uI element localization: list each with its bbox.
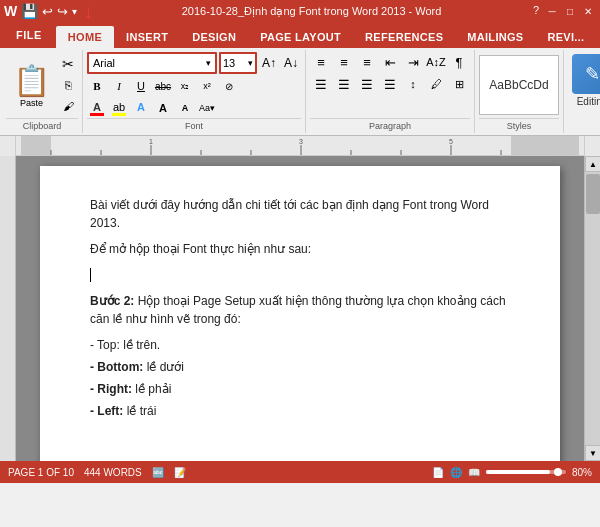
paste-label: Paste [20,98,43,108]
subscript-button[interactable]: x₂ [175,76,195,96]
font-color-swatch [90,113,104,116]
strikethrough-button[interactable]: abc [153,76,173,96]
styles-label: Styles [479,118,559,131]
show-formatting-button[interactable]: ¶ [448,52,470,72]
font-size-up-button[interactable]: A [153,98,173,118]
paragraph-label: Paragraph [310,118,470,131]
scroll-down-button[interactable]: ▼ [585,445,600,461]
zoom-slider[interactable] [486,470,566,474]
scroll-thumb[interactable] [586,174,600,214]
tab-page-layout[interactable]: PAGE LAYOUT [248,26,353,48]
sort-button[interactable]: A↕Z [425,52,447,72]
zoom-track [486,470,550,474]
font-color-button[interactable]: A [87,98,107,118]
tab-insert[interactable]: INSERT [114,26,180,48]
tab-references[interactable]: REFERENCES [353,26,455,48]
doc-text-7-bold: - Left: [90,404,123,418]
doc-paragraph-2: Để mở hộp thoại Font thực hiện như sau: [90,240,510,258]
increase-font-button[interactable]: A↑ [259,53,279,73]
minimize-button[interactable]: ─ [544,4,560,18]
tab-design[interactable]: DESIGN [180,26,248,48]
view-print-button[interactable]: 📄 [432,467,444,478]
tab-home[interactable]: HOME [56,26,114,48]
italic-button[interactable]: I [109,76,129,96]
font-size-arrow: ▾ [248,58,253,68]
underline-button[interactable]: U [131,76,151,96]
paste-button[interactable]: 📋 Paste [6,60,57,111]
window-title: 2016-10-28_Định dạng Font trong Word 201… [93,5,530,18]
close-button[interactable]: ✕ [580,4,596,18]
svg-text:5: 5 [449,138,453,145]
quick-access-dropdown[interactable]: ▾ [72,6,77,17]
align-right-button[interactable]: ☰ [356,74,378,94]
title-bar: W 💾 ↩ ↪ ▾ ↓ 2016-10-28_Định dạng Font tr… [0,0,600,22]
vertical-ruler [0,156,16,461]
text-effects-a: A [137,101,145,113]
window-controls: ? ─ □ ✕ [530,4,596,18]
increase-indent-button[interactable]: ⇥ [402,52,424,72]
font-label: Font [87,118,301,131]
highlight-icon: ab [113,101,125,113]
multilevel-list-button[interactable]: ≡ [356,52,378,72]
superscript-button[interactable]: x² [197,76,217,96]
ruler-svg: 1 3 5 [21,136,579,155]
borders-button[interactable]: ⊞ [448,74,470,94]
view-web-button[interactable]: 🌐 [450,467,462,478]
quick-access-save[interactable]: 💾 [21,3,38,19]
cut-button[interactable]: ✂ [58,54,78,74]
editing-icon-symbol: ✎ [585,63,600,85]
font-format-row: B I U abc x₂ x² ⊘ [87,76,239,96]
clipboard-group-content: 📋 Paste ✂ ⎘ 🖌 [6,52,78,118]
editing-text-label: Editing [577,96,600,107]
document-page[interactable]: Font Size (Ctrl+Shift+P) Change the size… [40,166,560,461]
paste-icon: 📋 [13,63,50,98]
clear-format-button[interactable]: ⊘ [219,76,239,96]
tab-review[interactable]: REVI... [535,26,596,48]
scroll-up-button[interactable]: ▲ [585,156,600,172]
font-size-dropdown[interactable]: 13 ▾ [219,52,257,74]
text-effects-button[interactable]: A [131,98,151,118]
editing-icon: ✎ [572,54,600,94]
doc-text-1: Bài viết dưới đây hướng dẫn chi tiết tới… [90,198,489,230]
styles-group: AaBbCcDd Styles [475,50,564,133]
maximize-button[interactable]: □ [562,4,578,18]
scroll-track[interactable] [585,172,600,445]
copy-button[interactable]: ⎘ [58,75,78,95]
word-logo-icon: W [4,3,17,19]
decrease-indent-button[interactable]: ⇤ [379,52,401,72]
align-center-button[interactable]: ☰ [333,74,355,94]
tab-file[interactable]: FILE [2,22,56,48]
tab-mailings[interactable]: MAILINGS [455,26,535,48]
text-effects-swatch [134,113,148,116]
clipboard-group: 📋 Paste ✂ ⎘ 🖌 Clipboard [2,50,83,133]
format-painter-button[interactable]: 🖌 [58,96,78,116]
zoom-percent[interactable]: 80% [572,467,592,478]
view-reading-button[interactable]: 📖 [468,467,480,478]
font-name-dropdown[interactable]: Arial ▾ [87,52,217,74]
numbering-button[interactable]: ≡ [333,52,355,72]
styles-preview-box[interactable]: AaBbCcDd [479,55,559,115]
line-spacing-button[interactable]: ↕ [402,74,424,94]
change-case-button[interactable]: Aa▾ [197,98,217,118]
highlight-button[interactable]: ab [109,98,129,118]
ruler-right-corner [584,136,600,156]
justify-button[interactable]: ☰ [379,74,401,94]
shading-button[interactable]: 🖊 [425,74,447,94]
quick-access-redo[interactable]: ↪ [57,4,68,19]
clipboard-side-buttons: ✂ ⎘ 🖌 [58,54,78,116]
language-indicator: 🔤 [152,467,164,478]
bullets-button[interactable]: ≡ [310,52,332,72]
doc-text-3-rest: Hộp thoại Page Setup xuất hiện thông thư… [90,294,506,326]
help-icon[interactable]: ? [530,4,542,18]
align-left-button[interactable]: ☰ [310,74,332,94]
zoom-thumb [554,468,562,476]
svg-rect-1 [21,136,51,155]
quick-access-undo[interactable]: ↩ [42,4,53,19]
font-name-value: Arial [93,57,115,69]
bold-button[interactable]: B [87,76,107,96]
font-size-down-button[interactable]: A [175,98,195,118]
ribbon-content: 📋 Paste ✂ ⎘ 🖌 Clipboard Arial ▾ 13 ▾ [0,48,600,136]
doc-paragraph-4: - Top: lề trên. [90,336,510,354]
status-bar: PAGE 1 OF 10 444 WORDS 🔤 📝 📄 🌐 📖 80% [0,461,600,483]
decrease-font-button[interactable]: A↓ [281,53,301,73]
